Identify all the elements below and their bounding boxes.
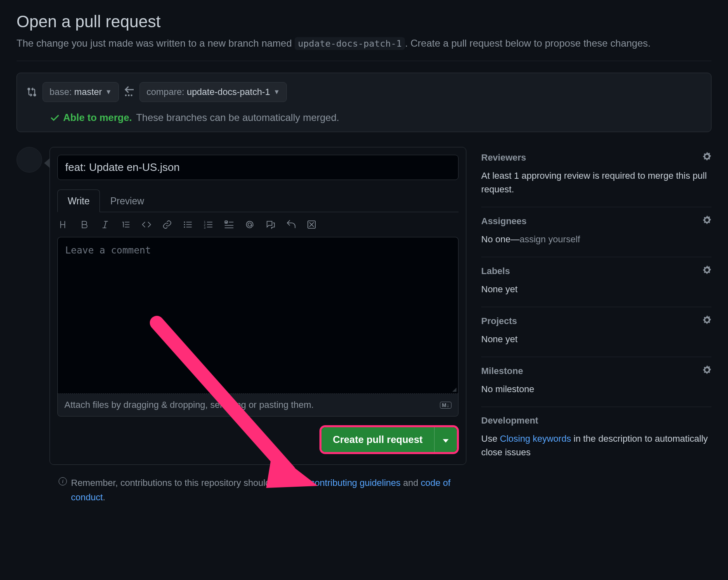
reply-icon[interactable] [286,220,296,230]
milestone-body: No milestone [481,382,711,396]
ordered-list-icon[interactable]: 123 [203,220,213,230]
mention-icon[interactable] [245,220,255,230]
assign-yourself-link[interactable]: assign yourself [520,234,580,244]
reviewers-title: Reviewers [481,152,526,163]
able-to-merge-label: Able to merge. [63,112,132,123]
tab-write[interactable]: Write [57,189,100,212]
base-branch-select[interactable]: base: master ▼ [43,82,119,102]
git-compare-icon [27,87,37,97]
gear-icon[interactable] [702,315,711,327]
sidebar-development: Development Use Closing keywords in the … [481,407,711,470]
projects-title: Projects [481,316,517,327]
closing-keywords-link[interactable]: Closing keywords [500,433,571,444]
sidebar-projects: Projects None yet [481,307,711,357]
footnote-prefix: Remember, contributions to this reposito… [71,478,310,488]
projects-body: None yet [481,332,711,346]
base-value: master [74,87,102,97]
development-prefix: Use [481,433,500,444]
sidebar-reviewers: Reviewers At least 1 approving review is… [481,149,711,207]
svg-text:1: 1 [204,220,206,223]
code-icon[interactable] [142,220,151,230]
sidebar: Reviewers At least 1 approving review is… [481,147,711,504]
base-label: base: [50,87,72,97]
svg-point-1 [184,224,185,225]
create-pull-request-dropdown[interactable] [434,427,457,452]
heading-icon[interactable] [59,220,69,230]
create-pr-highlight: Create pull request [321,427,457,452]
diff-icon[interactable] [307,220,317,230]
italic-icon[interactable] [100,220,110,230]
page-title: Open a pull request [17,12,711,31]
attach-bar[interactable]: Attach files by dragging & dropping, sel… [57,394,459,417]
unordered-list-icon[interactable] [183,220,193,230]
labels-title: Labels [481,266,510,277]
subtitle-text-a: The change you just made was written to … [17,38,295,49]
svg-text:2: 2 [204,223,206,226]
create-pull-request-button[interactable]: Create pull request [321,427,434,452]
merge-status: Able to merge. These branches can be aut… [50,112,701,123]
assignees-prefix: No one— [481,234,520,244]
sidebar-milestone: Milestone No milestone [481,357,711,407]
arrow-left-icon: ••• [125,86,134,98]
page-subtitle: The change you just made was written to … [17,36,711,51]
pr-title-input[interactable] [57,155,459,180]
comment-textarea[interactable] [58,237,458,393]
gear-icon[interactable] [702,265,711,277]
compare-label: compare: [147,87,184,97]
development-title: Development [481,415,538,426]
cross-reference-icon[interactable] [265,220,275,230]
gear-icon[interactable] [702,215,711,227]
tasklist-icon[interactable] [224,220,234,230]
gear-icon[interactable] [702,152,711,163]
caret-down-icon: ▼ [105,88,112,96]
quote-icon[interactable] [121,220,131,230]
sidebar-labels: Labels None yet [481,257,711,307]
footnote-suffix: . [103,492,105,502]
link-icon[interactable] [162,220,172,230]
comment-field-wrap [57,237,459,394]
svg-text:3: 3 [204,226,206,229]
caret-down-icon: ▼ [273,88,280,96]
contributing-footnote: i Remember, contributions to this reposi… [59,476,463,504]
compare-branch-select[interactable]: compare: update-docs-patch-1 ▼ [139,82,287,102]
gear-icon[interactable] [702,365,711,376]
footnote-mid: and [401,478,421,488]
bold-icon[interactable] [80,220,90,230]
resize-grip[interactable] [451,386,456,392]
attach-hint: Attach files by dragging & dropping, sel… [64,400,314,410]
contributing-guidelines-link[interactable]: contributing guidelines [310,478,401,488]
markdown-toolbar: 123 [50,212,466,237]
pr-form: Write Preview 123 [50,147,466,465]
header-divider [17,61,711,61]
reviewers-body: At least 1 approving review is required … [481,169,711,196]
merge-description: These branches can be automatically merg… [136,112,339,123]
svg-point-2 [184,227,185,228]
subtitle-text-b: . Create a pull request below to propose… [405,38,650,49]
sidebar-assignees: Assignees No one—assign yourself [481,207,711,257]
svg-point-7 [248,223,251,226]
svg-point-0 [184,222,185,223]
branch-name-code: update-docs-patch-1 [295,37,405,50]
labels-body: None yet [481,282,711,296]
info-icon: i [59,477,67,485]
milestone-title: Milestone [481,366,523,376]
compare-value: update-docs-patch-1 [187,87,270,97]
assignees-title: Assignees [481,216,527,227]
tab-preview[interactable]: Preview [100,189,154,212]
avatar [17,147,42,173]
markdown-badge-icon[interactable]: M↓ [440,402,451,409]
check-icon [50,113,60,123]
range-editor: base: master ▼ ••• compare: update-docs-… [17,73,711,132]
